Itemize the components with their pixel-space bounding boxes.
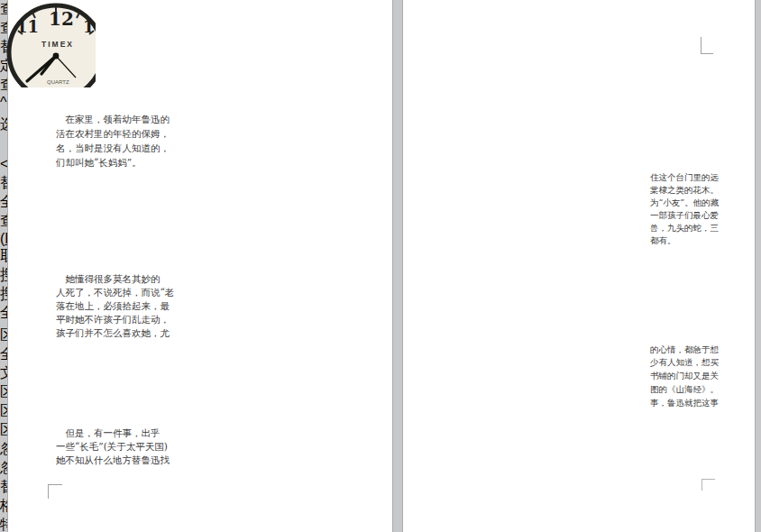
doc-line: 平时她不许孩子们乱走动， [56,312,170,326]
doc-line: 活在农村里的年轻的保姆， [56,126,170,141]
doc-line: 棠棣之类的花木。 [650,184,719,197]
screen: 在家里，领着幼年鲁迅的 活在农村里的年轻的保姆， 名，当时是没有人知道的， 们却… [0,0,761,532]
doc-line: 孩子们并不怎么喜欢她，尤 [56,326,170,340]
beach-photo [50,165,145,268]
clock-num-12: 12 [49,8,74,30]
doc-line: 住这个台门里的远 [650,171,719,184]
doc-line: 但是，有一件事，出乎 [56,426,160,440]
doc-line: 她不知从什么地方替鲁迅找 [56,453,170,467]
doc-line: 兽，九头的蛇，三 [650,222,719,234]
cropmark-bottom-left [48,484,62,499]
doc-line: 人死了，不说死掉，而说“老 [56,285,174,299]
doc-line: 名，当时是没有人知道的， [56,141,170,155]
doc-line: 少有人知道，想买 [650,356,719,369]
clock-num-1: 1 [83,17,95,36]
clock-brand: TIMEX [41,40,74,49]
doc-line: 为“小友”。他的藏 [650,197,719,209]
cropmark-bottom-right [701,479,715,491]
doc-line: 落在地上，必须拾起来，最 [56,298,170,313]
clock-quartz: QUARTZ [47,79,69,85]
doc-line: 她懂得很多莫名其妙的 [56,271,160,286]
clock-num-11: 11 [16,17,39,36]
doc-line: 一部孩子们最心爱 [650,209,719,222]
word-right-page [402,0,756,532]
doc-line: 事，鲁迅就把这事 [650,397,719,409]
cropmark-top-right [701,37,713,54]
doc-line: 图的《山海经》。 [650,383,719,396]
clock-photo: 12 1 11 TIMEX QUARTZ [0,0,96,91]
doc-line: 书铺的门却又是关 [650,370,719,382]
doc-line: 一些“长毛”(关于太平天国) [56,439,168,454]
doc-line: 的心情，都急于想 [650,344,719,356]
doc-line: 在家里，领着幼年鲁迅的 [56,112,170,126]
doc-line: 都有。 [650,234,676,247]
